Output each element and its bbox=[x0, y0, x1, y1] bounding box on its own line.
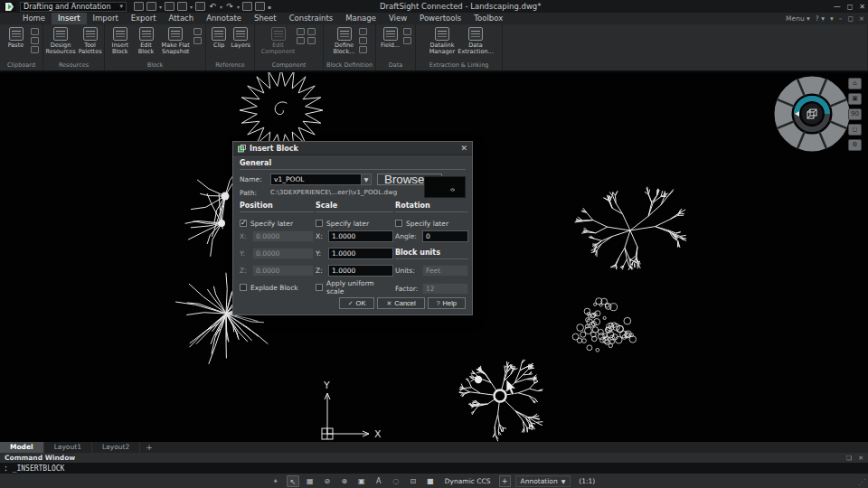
command-input[interactable]: : _INSERTBLOCK bbox=[0, 463, 868, 474]
attribute-sync-icon[interactable] bbox=[359, 46, 367, 53]
edit-block-button[interactable]: Edit Block bbox=[135, 27, 158, 56]
polar-icon[interactable]: ⊕ bbox=[338, 475, 351, 487]
tab-view[interactable]: View bbox=[382, 13, 413, 24]
apply-uniform-scale-checkbox[interactable] bbox=[316, 284, 323, 291]
cut-icon[interactable] bbox=[31, 37, 39, 44]
view-mode-icon[interactable]: ▣ bbox=[848, 93, 862, 105]
tab-layout2[interactable]: Layout2 bbox=[92, 442, 140, 453]
ribbon-collapse-icon[interactable]: ▾ bbox=[830, 14, 834, 23]
close-icon[interactable]: ✕ bbox=[859, 3, 865, 11]
data-link-icon[interactable] bbox=[403, 37, 411, 44]
undo-dropdown-icon[interactable]: ▾ bbox=[220, 4, 222, 10]
component-gear-icon[interactable] bbox=[297, 28, 305, 35]
view-box-icon[interactable]: ◻ bbox=[848, 124, 862, 136]
ortho-icon[interactable]: ⊘ bbox=[321, 475, 334, 487]
tab-export[interactable]: Export bbox=[125, 13, 163, 24]
new-file-icon[interactable] bbox=[134, 2, 144, 11]
block-attribute-icon[interactable] bbox=[359, 37, 367, 44]
combo-chevron-down-icon[interactable]: ▼ bbox=[361, 174, 371, 184]
tab-annotate[interactable]: Annotate bbox=[200, 13, 248, 24]
define-block-button[interactable]: Define Block... bbox=[333, 27, 356, 56]
edit-component-button[interactable]: Edit Component bbox=[263, 27, 294, 56]
add-scale-button[interactable]: + bbox=[499, 475, 511, 487]
doc-close-icon[interactable]: × bbox=[859, 14, 864, 23]
layers-button[interactable]: Layers bbox=[231, 27, 250, 49]
save-all-icon[interactable] bbox=[165, 2, 175, 11]
position-z-field[interactable]: 0.0000 bbox=[252, 265, 314, 277]
tab-model[interactable]: Model bbox=[0, 442, 44, 453]
tab-insert[interactable]: Insert bbox=[52, 13, 86, 24]
print-icon[interactable] bbox=[195, 2, 205, 11]
dynamic-ccs-toggle[interactable]: Dynamic CCS bbox=[441, 477, 495, 485]
save-icon[interactable] bbox=[177, 2, 187, 11]
scale-z-field[interactable]: 1.0000 bbox=[328, 265, 393, 277]
tab-home[interactable]: Home bbox=[16, 13, 52, 24]
scale-y-field[interactable]: 1.0000 bbox=[328, 248, 393, 259]
import-icon[interactable] bbox=[242, 2, 252, 11]
home-view-icon[interactable]: ⌂ bbox=[848, 78, 862, 89]
maximize-icon[interactable]: ◻ bbox=[847, 3, 854, 11]
ok-button[interactable]: ✓OK bbox=[339, 297, 375, 309]
entity-track-icon[interactable]: ◌ bbox=[390, 475, 402, 487]
export-icon[interactable] bbox=[255, 2, 265, 11]
menu-button[interactable]: Menu ▾ bbox=[786, 14, 810, 23]
tab-toolbox[interactable]: Toolbox bbox=[467, 13, 509, 24]
minimize-icon[interactable]: — bbox=[834, 3, 841, 11]
factor-field[interactable]: 12 bbox=[422, 283, 468, 295]
tab-powertools[interactable]: Powertools bbox=[413, 13, 467, 24]
datalink-manager-button[interactable]: Datalink Manager bbox=[427, 27, 458, 56]
paste-button[interactable]: Paste bbox=[5, 27, 28, 49]
open-file-icon[interactable] bbox=[146, 2, 156, 11]
doc-restore-icon[interactable]: ◻ bbox=[847, 14, 853, 23]
ccs-icon[interactable]: ⊡ bbox=[407, 475, 420, 487]
open-dropdown-icon[interactable]: ▾ bbox=[159, 4, 162, 10]
grid-icon[interactable]: ▦ bbox=[304, 475, 316, 487]
copy-with-ref-icon[interactable] bbox=[31, 46, 39, 53]
edit-attribute-icon[interactable] bbox=[359, 28, 367, 35]
resize-grip[interactable]: ⋰ bbox=[858, 478, 865, 486]
tab-manage[interactable]: Manage bbox=[339, 13, 382, 24]
doc-minimize-icon[interactable]: – bbox=[839, 14, 843, 23]
clip-button[interactable]: Clip bbox=[210, 27, 228, 49]
scale-x-field[interactable]: 1.0000 bbox=[328, 230, 393, 242]
tab-constraints[interactable]: Constraints bbox=[283, 13, 340, 24]
entity-snap-icon[interactable]: ▣ bbox=[355, 475, 368, 487]
navigation-wheel[interactable] bbox=[765, 74, 859, 157]
component-anchor-icon[interactable] bbox=[297, 37, 305, 44]
tab-attach[interactable]: Attach bbox=[163, 13, 201, 24]
data-extraction-button[interactable]: Data Extraction... bbox=[460, 27, 491, 56]
add-sheet-button[interactable]: + bbox=[140, 442, 158, 453]
clipboard-mini-buttons[interactable] bbox=[31, 27, 39, 53]
help-button[interactable]: ?Help bbox=[428, 297, 466, 309]
component-mesh-icon[interactable] bbox=[307, 28, 316, 35]
data-mini-buttons[interactable] bbox=[403, 27, 411, 44]
design-resources-button[interactable]: Design Resources bbox=[45, 27, 75, 56]
toolbar-overflow-icon[interactable]: ▪ bbox=[268, 4, 271, 10]
redo-icon[interactable]: ↷ bbox=[225, 2, 234, 11]
tool-palettes-button[interactable]: Tool Palettes bbox=[79, 27, 102, 56]
save-dropdown-icon[interactable]: ▾ bbox=[190, 4, 193, 10]
block-attach-icon[interactable] bbox=[193, 28, 202, 35]
fill-mode-icon[interactable]: ■ bbox=[424, 475, 437, 487]
pointer-select-icon[interactable]: ↖ bbox=[287, 475, 299, 487]
explode-block-checkbox[interactable] bbox=[240, 284, 247, 291]
position-specify-later-checkbox[interactable] bbox=[240, 220, 247, 227]
position-y-field[interactable]: 0.0000 bbox=[252, 248, 314, 259]
redo-dropdown-icon[interactable]: ▾ bbox=[237, 4, 240, 10]
copy-icon[interactable] bbox=[31, 28, 39, 35]
workspace-selector[interactable]: Drafting and Annotation ▾ bbox=[20, 2, 127, 12]
component-mini-buttons-1[interactable] bbox=[297, 27, 305, 44]
block-mini-buttons[interactable] bbox=[193, 27, 202, 44]
help-button[interactable]: ? ▾ bbox=[816, 14, 825, 23]
annotation-scale-icon[interactable]: A bbox=[373, 475, 385, 487]
position-x-field[interactable]: 0.0000 bbox=[252, 230, 314, 242]
tab-import[interactable]: Import bbox=[87, 13, 125, 24]
field-button[interactable]: Field... bbox=[380, 27, 401, 49]
component-mini-buttons-2[interactable] bbox=[307, 27, 316, 44]
rotate-90-button[interactable]: 90 bbox=[848, 108, 862, 120]
command-close-icon[interactable]: ✕ bbox=[858, 455, 863, 462]
block-tag-icon[interactable] bbox=[193, 37, 202, 44]
view-settings-gear-icon[interactable]: ⚙ bbox=[848, 139, 862, 151]
command-float-icon[interactable]: ❏ bbox=[846, 455, 852, 462]
dialog-close-icon[interactable]: ✕ bbox=[460, 145, 467, 153]
